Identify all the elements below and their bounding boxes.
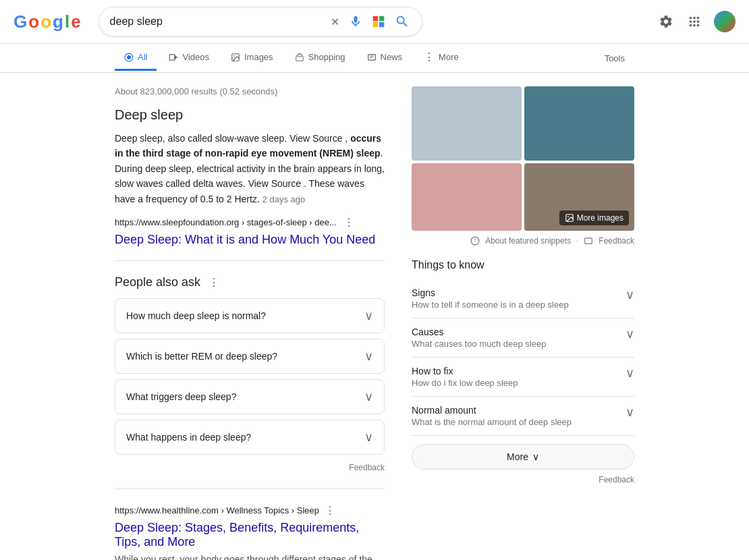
paa-item-0[interactable]: How much deep sleep is normal? ∨ xyxy=(115,298,385,333)
paa-feedback[interactable]: Feedback xyxy=(115,460,385,475)
tab-images-label: Images xyxy=(244,52,273,62)
source-options-button[interactable]: ⋮ xyxy=(341,215,357,230)
paa-question-3: What happens in deep sleep? xyxy=(126,432,251,443)
paa-title: People also ask xyxy=(115,275,200,289)
featured-timestamp: 2 days ago xyxy=(262,194,306,204)
header: Google ✕ xyxy=(0,0,749,44)
paa-question-1: Which is better REM or deep sleep? xyxy=(126,351,277,362)
paa-header: People also ask ⋮ xyxy=(115,275,385,290)
lens-button[interactable] xyxy=(370,13,387,30)
gear-icon xyxy=(659,14,673,29)
image-2[interactable] xyxy=(524,86,634,161)
svg-point-9 xyxy=(233,55,235,57)
svg-point-14 xyxy=(567,216,569,217)
things-item-3-title: Normal amount xyxy=(412,405,572,416)
things-item-1[interactable]: Causes What causes too much deep sleep ∨ xyxy=(412,318,634,358)
svg-rect-17 xyxy=(585,238,592,244)
image-3[interactable] xyxy=(412,163,522,231)
svg-text:?: ? xyxy=(474,238,476,243)
featured-result-link[interactable]: Deep Sleep: What it is and How Much You … xyxy=(115,233,385,247)
about-snippets-dot: · xyxy=(576,236,578,246)
voice-search-button[interactable] xyxy=(348,13,364,30)
tab-more-label: More xyxy=(439,52,459,62)
mic-icon xyxy=(349,15,362,28)
settings-button[interactable] xyxy=(657,13,675,30)
things-item-1-title: Causes xyxy=(412,327,546,337)
divider-2 xyxy=(115,488,385,489)
tab-videos[interactable]: Videos xyxy=(159,45,219,71)
search-input[interactable] xyxy=(110,16,323,28)
all-tab-icon xyxy=(124,53,134,62)
svg-rect-0 xyxy=(372,16,378,22)
close-icon: ✕ xyxy=(331,16,339,28)
things-chevron-1: ∨ xyxy=(626,327,634,341)
tab-all[interactable]: All xyxy=(115,45,157,71)
paa-item-2[interactable]: What triggers deep sleep? ∨ xyxy=(115,379,385,414)
things-to-know-title: Things to know xyxy=(412,259,634,271)
things-item-2-sub: How do i fix low deep sleep xyxy=(412,378,518,388)
chevron-down-icon-3: ∨ xyxy=(364,430,373,445)
results-count: About 823,000,000 results (0.52 seconds) xyxy=(115,86,385,96)
about-snippets-feedback[interactable]: Feedback xyxy=(599,236,634,246)
tab-more[interactable]: ⋮ More xyxy=(414,44,468,72)
about-snippets-link[interactable]: About featured snippets xyxy=(485,236,571,246)
things-item-2[interactable]: How to fix How do i fix low deep sleep ∨ xyxy=(412,358,634,397)
source-url: https://www.sleepfoundation.org › stages… xyxy=(115,215,385,230)
more-images-label: More images xyxy=(577,213,623,223)
paa-item-3[interactable]: What happens in deep sleep? ∨ xyxy=(115,420,385,455)
second-result-options[interactable]: ⋮ xyxy=(322,503,338,518)
things-item-0[interactable]: Signs How to tell if someone is in a dee… xyxy=(412,279,634,318)
feedback-icon xyxy=(584,236,593,246)
things-item-3[interactable]: Normal amount What is the normal amount … xyxy=(412,397,634,436)
things-item-2-title: How to fix xyxy=(412,366,518,376)
second-result-link[interactable]: Deep Sleep: Stages, Benefits, Requiremen… xyxy=(115,521,385,549)
help-circle-icon: ? xyxy=(470,236,480,246)
things-to-know: Things to know Signs How to tell if some… xyxy=(412,259,634,484)
more-images-overlay[interactable]: More images xyxy=(559,211,629,225)
tab-shopping-label: Shopping xyxy=(308,52,345,62)
tab-news[interactable]: News xyxy=(358,45,412,71)
things-chevron-0: ∨ xyxy=(626,287,634,302)
apps-button[interactable] xyxy=(686,13,703,30)
clear-button[interactable]: ✕ xyxy=(329,14,341,30)
images-tab-icon xyxy=(231,53,240,62)
videos-tab-icon xyxy=(169,53,178,62)
avatar[interactable] xyxy=(714,11,736,32)
divider-1 xyxy=(115,260,385,261)
second-result-url: https://www.healthline.com › Wellness To… xyxy=(115,505,319,515)
tab-all-label: All xyxy=(138,52,147,62)
featured-snippet: Deep sleep Deep sleep, also called slow-… xyxy=(115,107,385,247)
tab-shopping[interactable]: Shopping xyxy=(285,45,355,71)
logo-letter-o2: o xyxy=(40,11,51,32)
paa-item-1[interactable]: Which is better REM or deep sleep? ∨ xyxy=(115,339,385,374)
svg-point-5 xyxy=(127,55,131,59)
things-more-button[interactable]: More ∨ xyxy=(412,444,634,470)
things-item-2-content: How to fix How do i fix low deep sleep xyxy=(412,366,518,388)
search-button[interactable] xyxy=(393,13,411,30)
google-logo[interactable]: Google xyxy=(13,11,81,32)
things-feedback[interactable]: Feedback xyxy=(412,475,634,484)
image-4[interactable]: More images xyxy=(524,163,634,231)
featured-text: Deep sleep, also called slow-wave sleep.… xyxy=(115,131,385,206)
things-item-1-content: Causes What causes too much deep sleep xyxy=(412,327,546,349)
things-more-label: More xyxy=(507,451,528,462)
things-item-0-title: Signs xyxy=(412,287,569,298)
news-tab-icon xyxy=(367,53,377,62)
things-item-1-sub: What causes too much deep sleep xyxy=(412,339,546,349)
tab-videos-label: Videos xyxy=(182,52,209,62)
tab-news-label: News xyxy=(381,52,403,62)
paa-options-button[interactable]: ⋮ xyxy=(206,275,222,290)
svg-rect-2 xyxy=(372,22,378,28)
second-result: https://www.healthline.com › Wellness To… xyxy=(115,503,385,560)
about-snippets-row: ? About featured snippets · Feedback xyxy=(412,236,634,246)
tab-images[interactable]: Images xyxy=(221,45,283,71)
logo-letter-o1: o xyxy=(28,11,39,32)
tools-button[interactable]: Tools xyxy=(595,47,634,70)
source-url-text: https://www.sleepfoundation.org › stages… xyxy=(115,217,337,227)
things-item-0-content: Signs How to tell if someone is in a dee… xyxy=(412,287,569,310)
chevron-down-icon-2: ∨ xyxy=(364,389,373,404)
shopping-tab-icon xyxy=(295,53,304,62)
main-content: About 823,000,000 results (0.52 seconds)… xyxy=(0,73,749,560)
image-1[interactable] xyxy=(412,86,522,161)
grid-icon xyxy=(687,14,702,29)
